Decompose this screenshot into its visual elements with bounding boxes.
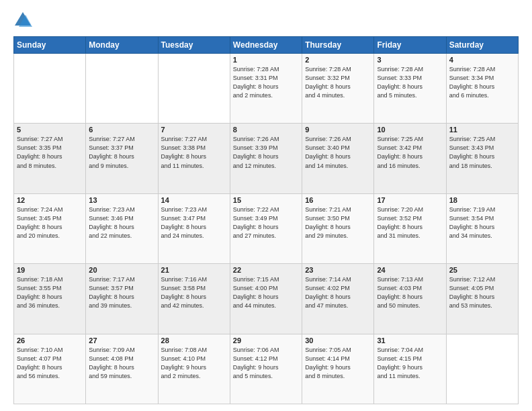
day-number: 19 xyxy=(17,266,83,274)
day-cell: 13Sunrise: 7:23 AM Sunset: 3:46 PM Dayli… xyxy=(86,193,158,263)
header xyxy=(13,11,519,30)
day-info: Sunrise: 7:16 AM Sunset: 3:58 PM Dayligh… xyxy=(161,275,227,310)
day-number: 21 xyxy=(161,266,227,274)
day-cell: 7Sunrise: 7:27 AM Sunset: 3:38 PM Daylig… xyxy=(158,124,230,193)
col-header-sunday: Sunday xyxy=(14,37,86,54)
day-number: 15 xyxy=(233,196,299,204)
header-row: SundayMondayTuesdayWednesdayThursdayFrid… xyxy=(14,37,519,54)
day-info: Sunrise: 7:28 AM Sunset: 3:33 PM Dayligh… xyxy=(377,65,443,100)
day-number: 25 xyxy=(449,266,515,274)
col-header-monday: Monday xyxy=(86,37,158,54)
day-cell xyxy=(446,334,518,404)
day-info: Sunrise: 7:15 AM Sunset: 4:00 PM Dayligh… xyxy=(233,275,299,310)
day-info: Sunrise: 7:28 AM Sunset: 3:34 PM Dayligh… xyxy=(449,65,515,100)
day-info: Sunrise: 7:27 AM Sunset: 3:35 PM Dayligh… xyxy=(17,135,83,170)
day-info: Sunrise: 7:25 AM Sunset: 3:42 PM Dayligh… xyxy=(377,135,443,170)
day-info: Sunrise: 7:19 AM Sunset: 3:54 PM Dayligh… xyxy=(449,205,515,240)
day-cell: 21Sunrise: 7:16 AM Sunset: 3:58 PM Dayli… xyxy=(158,264,230,334)
day-info: Sunrise: 7:06 AM Sunset: 4:12 PM Dayligh… xyxy=(233,346,299,381)
day-number: 10 xyxy=(377,126,443,134)
day-cell: 11Sunrise: 7:25 AM Sunset: 3:43 PM Dayli… xyxy=(446,124,518,193)
day-cell: 17Sunrise: 7:20 AM Sunset: 3:52 PM Dayli… xyxy=(374,193,446,263)
day-info: Sunrise: 7:05 AM Sunset: 4:14 PM Dayligh… xyxy=(305,346,371,381)
day-cell: 27Sunrise: 7:09 AM Sunset: 4:08 PM Dayli… xyxy=(86,334,158,404)
week-row-3: 12Sunrise: 7:24 AM Sunset: 3:45 PM Dayli… xyxy=(14,193,519,263)
day-number: 4 xyxy=(449,56,515,64)
day-number: 9 xyxy=(305,126,371,134)
day-number: 17 xyxy=(377,196,443,204)
day-info: Sunrise: 7:28 AM Sunset: 3:31 PM Dayligh… xyxy=(233,65,299,100)
day-info: Sunrise: 7:26 AM Sunset: 3:39 PM Dayligh… xyxy=(233,135,299,170)
day-info: Sunrise: 7:25 AM Sunset: 3:43 PM Dayligh… xyxy=(449,135,515,170)
day-cell: 20Sunrise: 7:17 AM Sunset: 3:57 PM Dayli… xyxy=(86,264,158,334)
day-number: 27 xyxy=(89,336,154,345)
day-number: 11 xyxy=(449,126,515,134)
page: SundayMondayTuesdayWednesdayThursdayFrid… xyxy=(0,0,532,411)
day-info: Sunrise: 7:28 AM Sunset: 3:32 PM Dayligh… xyxy=(305,65,371,100)
day-info: Sunrise: 7:18 AM Sunset: 3:55 PM Dayligh… xyxy=(17,275,83,310)
day-number: 23 xyxy=(305,266,371,274)
calendar: SundayMondayTuesdayWednesdayThursdayFrid… xyxy=(13,36,519,404)
col-header-thursday: Thursday xyxy=(302,37,374,54)
calendar-header: SundayMondayTuesdayWednesdayThursdayFrid… xyxy=(14,37,519,54)
day-cell: 19Sunrise: 7:18 AM Sunset: 3:55 PM Dayli… xyxy=(14,264,86,334)
day-number: 26 xyxy=(17,336,83,345)
col-header-tuesday: Tuesday xyxy=(158,37,230,54)
day-cell: 30Sunrise: 7:05 AM Sunset: 4:14 PM Dayli… xyxy=(302,334,374,404)
day-info: Sunrise: 7:23 AM Sunset: 3:47 PM Dayligh… xyxy=(161,205,227,240)
day-info: Sunrise: 7:14 AM Sunset: 4:02 PM Dayligh… xyxy=(305,275,371,310)
week-row-4: 19Sunrise: 7:18 AM Sunset: 3:55 PM Dayli… xyxy=(14,264,519,334)
day-cell: 2Sunrise: 7:28 AM Sunset: 3:32 PM Daylig… xyxy=(302,54,374,124)
day-cell: 9Sunrise: 7:26 AM Sunset: 3:40 PM Daylig… xyxy=(302,124,374,193)
day-cell: 16Sunrise: 7:21 AM Sunset: 3:50 PM Dayli… xyxy=(302,193,374,263)
day-number: 7 xyxy=(161,126,227,134)
day-cell: 18Sunrise: 7:19 AM Sunset: 3:54 PM Dayli… xyxy=(446,193,518,263)
day-cell: 5Sunrise: 7:27 AM Sunset: 3:35 PM Daylig… xyxy=(14,124,86,193)
day-number: 14 xyxy=(161,196,227,204)
col-header-saturday: Saturday xyxy=(446,37,518,54)
day-info: Sunrise: 7:04 AM Sunset: 4:15 PM Dayligh… xyxy=(377,346,443,381)
day-cell: 23Sunrise: 7:14 AM Sunset: 4:02 PM Dayli… xyxy=(302,264,374,334)
day-cell: 28Sunrise: 7:08 AM Sunset: 4:10 PM Dayli… xyxy=(158,334,230,404)
week-row-5: 26Sunrise: 7:10 AM Sunset: 4:07 PM Dayli… xyxy=(14,334,519,404)
day-cell xyxy=(158,54,230,124)
day-cell xyxy=(14,54,86,124)
day-number: 6 xyxy=(89,126,154,134)
day-cell: 22Sunrise: 7:15 AM Sunset: 4:00 PM Dayli… xyxy=(230,264,302,334)
week-row-1: 1Sunrise: 7:28 AM Sunset: 3:31 PM Daylig… xyxy=(14,54,519,124)
col-header-wednesday: Wednesday xyxy=(230,37,302,54)
day-number: 12 xyxy=(17,196,83,204)
day-info: Sunrise: 7:23 AM Sunset: 3:46 PM Dayligh… xyxy=(89,205,154,240)
day-cell: 12Sunrise: 7:24 AM Sunset: 3:45 PM Dayli… xyxy=(14,193,86,263)
day-cell xyxy=(86,54,158,124)
week-row-2: 5Sunrise: 7:27 AM Sunset: 3:35 PM Daylig… xyxy=(14,124,519,193)
day-info: Sunrise: 7:13 AM Sunset: 4:03 PM Dayligh… xyxy=(377,275,443,310)
day-number: 16 xyxy=(305,196,371,204)
day-number: 20 xyxy=(89,266,154,274)
day-info: Sunrise: 7:27 AM Sunset: 3:37 PM Dayligh… xyxy=(89,135,154,170)
logo xyxy=(13,11,35,30)
day-cell: 3Sunrise: 7:28 AM Sunset: 3:33 PM Daylig… xyxy=(374,54,446,124)
day-cell: 15Sunrise: 7:22 AM Sunset: 3:49 PM Dayli… xyxy=(230,193,302,263)
day-info: Sunrise: 7:24 AM Sunset: 3:45 PM Dayligh… xyxy=(17,205,83,240)
day-cell: 29Sunrise: 7:06 AM Sunset: 4:12 PM Dayli… xyxy=(230,334,302,404)
day-number: 29 xyxy=(233,336,299,345)
day-cell: 10Sunrise: 7:25 AM Sunset: 3:42 PM Dayli… xyxy=(374,124,446,193)
day-info: Sunrise: 7:12 AM Sunset: 4:05 PM Dayligh… xyxy=(449,275,515,310)
day-cell: 1Sunrise: 7:28 AM Sunset: 3:31 PM Daylig… xyxy=(230,54,302,124)
day-cell: 4Sunrise: 7:28 AM Sunset: 3:34 PM Daylig… xyxy=(446,54,518,124)
day-cell: 24Sunrise: 7:13 AM Sunset: 4:03 PM Dayli… xyxy=(374,264,446,334)
calendar-body: 1Sunrise: 7:28 AM Sunset: 3:31 PM Daylig… xyxy=(14,54,519,404)
day-number: 30 xyxy=(305,336,371,345)
day-number: 8 xyxy=(233,126,299,134)
logo-icon xyxy=(13,11,32,30)
day-number: 24 xyxy=(377,266,443,274)
day-number: 2 xyxy=(305,56,371,64)
day-cell: 14Sunrise: 7:23 AM Sunset: 3:47 PM Dayli… xyxy=(158,193,230,263)
col-header-friday: Friday xyxy=(374,37,446,54)
day-info: Sunrise: 7:08 AM Sunset: 4:10 PM Dayligh… xyxy=(161,346,227,381)
day-number: 1 xyxy=(233,56,299,64)
day-number: 3 xyxy=(377,56,443,64)
day-cell: 6Sunrise: 7:27 AM Sunset: 3:37 PM Daylig… xyxy=(86,124,158,193)
day-info: Sunrise: 7:26 AM Sunset: 3:40 PM Dayligh… xyxy=(305,135,371,170)
